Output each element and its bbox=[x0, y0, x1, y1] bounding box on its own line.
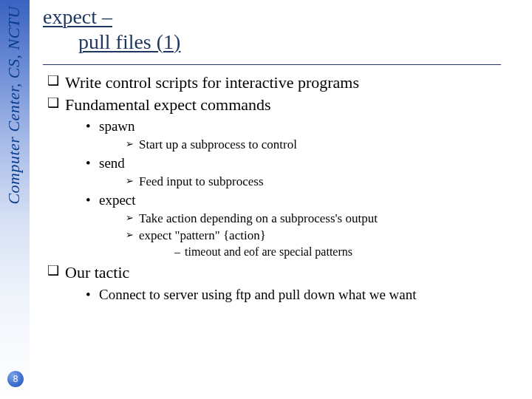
bullet-fundamental-commands-label: Fundamental expect commands bbox=[65, 95, 271, 114]
cmd-expect-desc2-label: expect "pattern" {action} bbox=[139, 228, 266, 242]
slide-title: expect – pull files (1) bbox=[43, 4, 523, 54]
bullet-fundamental-commands: Fundamental expect commands spawn Start … bbox=[47, 95, 523, 260]
cmd-spawn-label: spawn bbox=[99, 118, 135, 134]
cmd-send-label: send bbox=[99, 155, 125, 171]
cmd-expect-patterns-note: timeout and eof are special patterns bbox=[174, 245, 523, 259]
cmd-spawn-details: Start up a subprocess to control bbox=[126, 137, 523, 152]
slide-title-line1: expect – bbox=[43, 5, 112, 28]
commands-list: spawn Start up a subprocess to control s… bbox=[86, 117, 523, 259]
cmd-spawn-desc: Start up a subprocess to control bbox=[126, 137, 523, 152]
tactic-list: Connect to server using ftp and pull dow… bbox=[86, 286, 523, 304]
cmd-expect-desc2: expect "pattern" {action} timeout and eo… bbox=[126, 228, 523, 259]
sidebar-org-text: Computer Center, CS, NCTU bbox=[4, 6, 24, 205]
title-underline-rule bbox=[43, 64, 501, 65]
bullet-our-tactic-label: Our tactic bbox=[65, 263, 129, 282]
cmd-send-desc: Feed input to subprocess bbox=[126, 174, 523, 189]
page-number-badge: 8 bbox=[7, 371, 24, 387]
bullet-write-scripts: Write control scripts for interactive pr… bbox=[47, 72, 523, 93]
cmd-send-details: Feed input to subprocess bbox=[126, 174, 523, 189]
tactic-ftp: Connect to server using ftp and pull dow… bbox=[86, 286, 523, 304]
bullet-our-tactic: Our tactic Connect to server using ftp a… bbox=[47, 262, 523, 303]
slide: Computer Center, CS, NCTU 8 expect – pul… bbox=[0, 0, 532, 399]
slide-title-line2: pull files (1) bbox=[78, 30, 180, 55]
cmd-expect-details: Take action depending on a subprocess's … bbox=[126, 211, 523, 260]
cmd-spawn: spawn Start up a subprocess to control bbox=[86, 117, 523, 152]
sidebar-gradient: Computer Center, CS, NCTU bbox=[0, 0, 30, 399]
cmd-expect: expect Take action depending on a subpro… bbox=[86, 191, 523, 259]
cmd-send: send Feed input to subprocess bbox=[86, 154, 523, 189]
slide-content: expect – pull files (1) Write control sc… bbox=[43, 4, 523, 307]
cmd-expect-label: expect bbox=[99, 192, 136, 208]
top-bullet-list: Write control scripts for interactive pr… bbox=[47, 72, 523, 304]
cmd-expect-desc1: Take action depending on a subprocess's … bbox=[126, 211, 523, 226]
cmd-expect-patterns: timeout and eof are special patterns bbox=[174, 245, 523, 259]
